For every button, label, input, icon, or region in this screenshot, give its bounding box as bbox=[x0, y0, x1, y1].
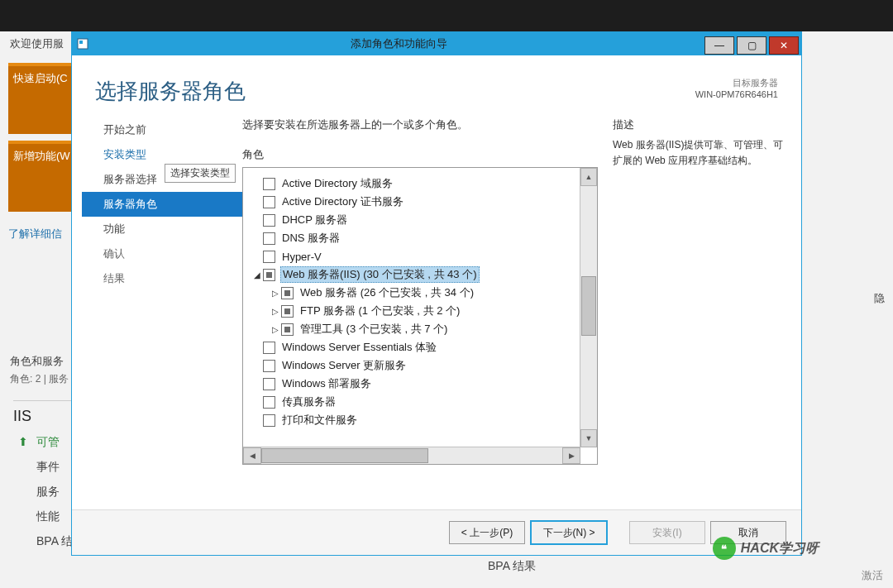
role-web-server[interactable]: ▷Web 服务器 (26 个已安装 , 共 34 个) bbox=[248, 284, 577, 302]
role-print[interactable]: 打印和文件服务 bbox=[248, 411, 577, 429]
activate-windows: 激活 bbox=[862, 568, 883, 583]
nav-results: 结果 bbox=[82, 266, 242, 291]
wechat-icon: ❝ bbox=[713, 537, 736, 560]
install-button: 安装(I) bbox=[629, 521, 705, 544]
destination-value: WIN-0PM76R646H1 bbox=[695, 89, 778, 99]
scroll-up-icon[interactable]: ▲ bbox=[580, 168, 597, 186]
scroll-right-icon[interactable]: ▶ bbox=[562, 447, 580, 464]
checkbox-partial-icon[interactable] bbox=[263, 269, 275, 281]
role-dns[interactable]: DNS 服务器 bbox=[248, 229, 577, 247]
menu-bar bbox=[0, 0, 893, 31]
learn-more-link[interactable]: 了解详细信 bbox=[8, 227, 76, 241]
expand-icon[interactable]: ▷ bbox=[270, 289, 281, 298]
description-text: Web 服务器(IIS)提供可靠、可管理、可扩展的 Web 应用程序基础结构。 bbox=[613, 137, 786, 169]
checkbox-partial-icon[interactable] bbox=[281, 323, 294, 336]
nav-before-you-begin[interactable]: 开始之前 bbox=[82, 117, 242, 142]
wizard-app-icon bbox=[72, 32, 93, 55]
checkbox-partial-icon[interactable] bbox=[281, 287, 294, 299]
roles-panel-heading: 角色和服务 bbox=[10, 354, 64, 369]
role-fax[interactable]: 传真服务器 bbox=[248, 393, 577, 411]
instruction-text: 选择要安装在所选服务器上的一个或多个角色。 bbox=[242, 117, 598, 132]
role-wds[interactable]: Windows 部署服务 bbox=[248, 375, 577, 393]
minimize-button[interactable]: — bbox=[704, 36, 734, 55]
expand-icon[interactable]: ▷ bbox=[270, 307, 281, 316]
wizard-title: 添加角色和功能向导 bbox=[93, 36, 704, 51]
role-wsus[interactable]: Windows Server 更新服务 bbox=[248, 356, 577, 375]
quick-start-block[interactable]: 快速启动(C bbox=[8, 63, 76, 134]
expand-icon[interactable]: ◢ bbox=[251, 270, 263, 280]
watermark-text: HACK学习呀 bbox=[741, 540, 819, 557]
destination-label: 目标服务器 bbox=[695, 77, 778, 89]
description-label: 描述 bbox=[613, 117, 786, 132]
horizontal-scrollbar[interactable]: ◀ ▶ bbox=[243, 447, 580, 464]
nav-features[interactable]: 功能 bbox=[82, 217, 242, 241]
whats-new-block[interactable]: 新增功能(W bbox=[8, 141, 76, 212]
scroll-left-icon[interactable]: ◀ bbox=[243, 447, 261, 464]
scroll-down-icon[interactable]: ▼ bbox=[580, 429, 597, 447]
nav-tooltip: 选择安装类型 bbox=[165, 164, 236, 183]
hscroll-thumb[interactable] bbox=[261, 448, 428, 463]
roles-label: 角色 bbox=[242, 147, 598, 162]
whats-new-label: 新增功能(W bbox=[8, 144, 76, 164]
wizard-nav: 开始之前 安装类型 服务器选择 服务器角色 功能 确认 结果 选择安装类型 bbox=[82, 117, 242, 488]
nav-server-roles[interactable]: 服务器角色 bbox=[82, 192, 242, 217]
role-mgmt-tools[interactable]: ▷管理工具 (3 个已安装 , 共 7 个) bbox=[248, 320, 577, 338]
watermark: ❝ HACK学习呀 bbox=[713, 537, 819, 560]
checkbox-partial-icon[interactable] bbox=[281, 305, 294, 318]
role-web-server-iis[interactable]: ◢Web 服务器(IIS) (30 个已安装 , 共 43 个) bbox=[248, 265, 577, 284]
close-button[interactable]: ✕ bbox=[769, 36, 799, 55]
roles-panel-sub: 角色: 2 | 服务 bbox=[10, 372, 69, 386]
destination-server: 目标服务器 WIN-0PM76R646H1 bbox=[695, 77, 778, 106]
roles-listbox: Active Directory 域服务 Active Directory 证书… bbox=[242, 167, 598, 465]
expand-icon[interactable]: ▷ bbox=[270, 325, 281, 334]
maximize-button[interactable]: ▢ bbox=[737, 36, 766, 55]
scroll-thumb[interactable] bbox=[581, 276, 596, 336]
svg-rect-1 bbox=[79, 41, 83, 44]
hide-label[interactable]: 隐 bbox=[874, 291, 885, 306]
wizard-heading: 选择服务器角色 bbox=[95, 77, 246, 106]
next-button[interactable]: 下一步(N) > bbox=[530, 520, 608, 545]
role-ftp-server[interactable]: ▷FTP 服务器 (1 个已安装 , 共 2 个) bbox=[248, 302, 577, 320]
role-ad-cs[interactable]: Active Directory 证书服务 bbox=[248, 193, 577, 211]
nav-confirmation: 确认 bbox=[82, 241, 242, 266]
role-ad-ds[interactable]: Active Directory 域服务 bbox=[248, 174, 577, 193]
vertical-scrollbar[interactable]: ▲ ▼ bbox=[580, 168, 597, 447]
wizard-title-bar[interactable]: 添加角色和功能向导 — ▢ ✕ bbox=[72, 32, 801, 55]
welcome-text: 欢迎使用服 bbox=[10, 36, 64, 51]
role-wse[interactable]: Windows Server Essentials 体验 bbox=[248, 338, 577, 356]
roles-scroll-area[interactable]: Active Directory 域服务 Active Directory 证书… bbox=[243, 168, 580, 447]
quick-start-label: 快速启动(C bbox=[8, 66, 76, 86]
role-dhcp[interactable]: DHCP 服务器 bbox=[248, 211, 577, 229]
bpa-result-right[interactable]: BPA 结果 bbox=[488, 559, 536, 574]
add-roles-wizard: 添加角色和功能向导 — ▢ ✕ 选择服务器角色 目标服务器 WIN-0PM76R… bbox=[71, 31, 802, 556]
role-hyperv[interactable]: Hyper-V bbox=[248, 247, 577, 265]
previous-button[interactable]: < 上一步(P) bbox=[449, 521, 525, 544]
wizard-footer: < 上一步(P) 下一步(N) > 安装(I) 取消 bbox=[72, 509, 801, 555]
quick-start-column: 快速启动(C 新增功能(W 了解详细信 bbox=[8, 63, 76, 241]
